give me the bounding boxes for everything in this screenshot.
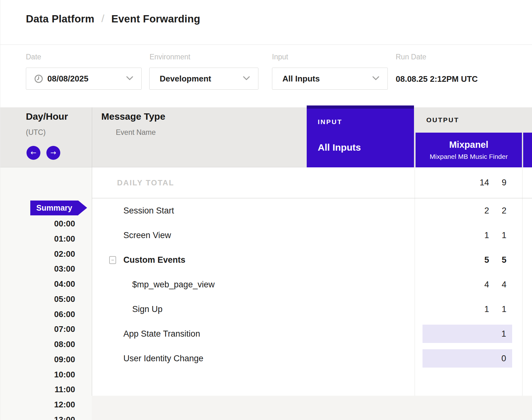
output-count-cell: 4 <box>416 272 522 297</box>
hour-slot[interactable]: 02:00 <box>0 249 75 259</box>
input-value: All Inputs <box>282 74 320 84</box>
arrow-right-icon: → <box>50 146 56 160</box>
output-count-value: 0 <box>501 349 506 368</box>
table-row: Screen View11 <box>92 223 532 248</box>
input-dropdown[interactable]: All Inputs <box>272 68 388 90</box>
event-forwarding-page: Data Platform / Event Forwarding Date En… <box>0 0 532 420</box>
hour-slot[interactable]: 09:00 <box>0 354 75 365</box>
breadcrumb-separator: / <box>101 12 104 25</box>
run-date-value: 08.08.25 2:12PM UTC <box>396 74 478 84</box>
highlighted-output-cell: 0 <box>423 349 512 368</box>
hour-slot[interactable]: 01:00 <box>0 233 75 244</box>
table-row: Session Start22 <box>92 198 532 223</box>
output-count-value: 1 <box>502 223 506 248</box>
arrow-left-icon: ← <box>31 146 36 160</box>
hour-slot[interactable]: 10:00 <box>0 369 75 380</box>
event-name-label: $mp_web_page_view <box>132 272 215 297</box>
hour-slot[interactable]: 00:00 <box>0 218 75 229</box>
summary-tab[interactable]: Summary <box>30 201 78 215</box>
chevron-down-icon <box>243 76 250 81</box>
table-row: User Identity Change20 <box>92 346 532 371</box>
input-column-accent <box>307 105 414 109</box>
hour-slot[interactable]: 04:00 <box>0 279 75 289</box>
next-day-button[interactable]: → <box>46 146 60 160</box>
run-date-label: Run Date <box>396 53 426 61</box>
chevron-down-icon <box>126 76 133 81</box>
event-name-label: Screen View <box>123 223 171 248</box>
next-output-column-header[interactable] <box>523 133 532 167</box>
hour-slot[interactable]: 03:00 <box>0 263 75 274</box>
event-name-label: Custom Events <box>123 248 186 272</box>
output-count-value: 2 <box>502 198 506 223</box>
message-type-subtitle: Event Name <box>116 128 156 137</box>
day-hour-header: Day/Hour <box>26 111 68 122</box>
day-hour-subtitle: (UTC) <box>26 128 46 137</box>
output-count-cell: 1 <box>416 223 522 248</box>
output-column-header[interactable]: Mixpanel Mixpanel MB Music Finder <box>416 133 522 167</box>
hour-slot[interactable]: 12:00 <box>0 399 75 410</box>
input-section-label: INPUT <box>318 118 342 126</box>
output-count-cell: 2 <box>416 198 522 223</box>
clock-icon <box>34 75 43 83</box>
output-count-value: 4 <box>502 272 506 297</box>
environment-value: Development <box>160 74 211 84</box>
event-name-label: User Identity Change <box>123 346 204 371</box>
daily-total-output-cell: 9 <box>416 167 522 198</box>
collapse-icon[interactable]: − <box>109 256 116 264</box>
output-count-cell: 5 <box>416 248 522 272</box>
hour-slot[interactable]: 11:00 <box>0 384 75 395</box>
date-value: 08/08/2025 <box>47 74 88 84</box>
output-count-value: 1 <box>502 297 506 321</box>
date-label: Date <box>26 53 41 61</box>
table-row: −Custom Events55 <box>92 248 532 272</box>
message-type-header: Message Type <box>101 111 165 122</box>
prev-day-button[interactable]: ← <box>27 146 40 160</box>
input-label: Input <box>272 53 288 61</box>
chevron-down-icon <box>372 76 379 81</box>
event-name-label: App State Transition <box>123 321 200 346</box>
table-row: $mp_web_page_view44 <box>92 272 532 297</box>
filter-bar: Date Environment Input Run Date 08/08/20… <box>0 45 532 107</box>
table-footer-band <box>92 396 532 420</box>
daily-total-label: DAILY TOTAL <box>117 167 174 198</box>
input-column-header[interactable]: INPUT All Inputs <box>307 105 414 167</box>
output-column-name: Mixpanel <box>416 140 522 150</box>
output-column-subtitle: Mixpanel MB Music Finder <box>416 153 522 160</box>
event-name-label: Session Start <box>123 198 174 223</box>
table-row: App State Transition41 <box>92 321 532 346</box>
output-count-value: 1 <box>501 325 506 343</box>
output-count-value: 5 <box>502 248 506 272</box>
environment-dropdown[interactable]: Development <box>149 68 258 90</box>
daily-total-row: DAILY TOTAL 14 9 <box>92 167 532 198</box>
top-bar: Data Platform / Event Forwarding <box>0 0 532 45</box>
column-divider <box>92 107 92 167</box>
hour-slot[interactable]: 07:00 <box>0 324 75 334</box>
page-title: Event Forwarding <box>111 13 200 25</box>
breadcrumb-section[interactable]: Data Platform <box>26 13 94 25</box>
hour-slot[interactable]: 06:00 <box>0 309 75 320</box>
table-row: Sign Up11 <box>92 297 532 321</box>
input-column-name: All Inputs <box>318 142 361 153</box>
output-section-label: OUTPUT <box>426 116 459 124</box>
output-count-cell: 1 <box>416 297 522 321</box>
date-dropdown[interactable]: 08/08/2025 <box>26 68 142 90</box>
hour-slot[interactable]: 08:00 <box>0 339 75 350</box>
breadcrumb: Data Platform / Event Forwarding <box>26 13 200 25</box>
daily-total-output-value: 9 <box>502 167 506 198</box>
event-name-label: Sign Up <box>132 297 163 321</box>
hour-slot[interactable]: 13:00 <box>0 414 75 420</box>
hour-slot[interactable]: 05:00 <box>0 294 75 304</box>
environment-label: Environment <box>150 53 190 61</box>
highlighted-output-cell: 1 <box>423 325 512 343</box>
